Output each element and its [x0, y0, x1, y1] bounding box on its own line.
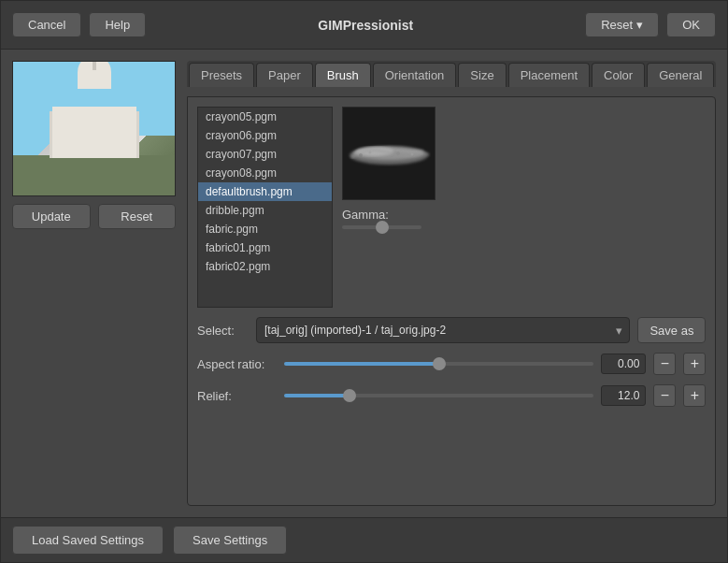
brush-item-0[interactable]: crayon05.pgm: [198, 108, 332, 126]
ok-button[interactable]: OK: [666, 12, 716, 37]
right-panel: Presets Paper Brush Orientation Size Pla…: [187, 61, 716, 506]
svg-point-5: [396, 152, 400, 155]
tab-placement[interactable]: Placement: [508, 63, 590, 87]
svg-point-3: [359, 153, 363, 157]
left-panel: Update Reset: [12, 61, 176, 506]
brush-preview-area: Gamma:: [342, 107, 706, 308]
brush-item-4[interactable]: defaultbrush.pgm: [198, 182, 332, 201]
chevron-down-icon: ▾: [636, 18, 643, 32]
preview-image: [12, 61, 176, 196]
save-as-button[interactable]: Save as: [637, 317, 706, 343]
tab-orientation[interactable]: Orientation: [373, 63, 457, 87]
brush-item-3[interactable]: crayon08.pgm: [198, 164, 332, 182]
relief-label: Relief:: [197, 389, 277, 403]
brush-preview: [342, 107, 435, 200]
brush-item-1[interactable]: crayon06.pgm: [198, 126, 332, 145]
window-title: GIMPressionist: [318, 18, 413, 33]
aspect-ratio-label: Aspect ratio:: [197, 357, 277, 371]
select-label: Select:: [197, 324, 249, 338]
tabs: Presets Paper Brush Orientation Size Pla…: [187, 61, 716, 87]
select-dropdown[interactable]: [taj_orig] (imported)-1 / taj_orig.jpg-2: [256, 317, 630, 343]
help-button[interactable]: Help: [89, 12, 146, 37]
reset-label: Reset: [601, 18, 633, 32]
aspect-ratio-increment[interactable]: +: [683, 353, 706, 375]
building: [52, 107, 136, 158]
preview-reset-button[interactable]: Reset: [98, 204, 177, 229]
relief-value: 12.0: [601, 385, 646, 406]
select-row: Select: [taj_orig] (imported)-1 / taj_or…: [197, 317, 706, 343]
main-content: Update Reset Presets Paper Brush Orienta…: [1, 50, 727, 517]
titlebar: Cancel Help GIMPressionist Reset ▾ OK: [1, 1, 727, 50]
brush-list[interactable]: crayon05.pgm crayon06.pgm crayon07.pgm c…: [197, 107, 333, 308]
aspect-ratio-slider[interactable]: [284, 362, 593, 366]
select-dropdown-wrapper: [taj_orig] (imported)-1 / taj_orig.jpg-2: [256, 317, 630, 343]
brush-item-2[interactable]: crayon07.pgm: [198, 145, 332, 164]
tab-brush[interactable]: Brush: [315, 63, 371, 87]
aspect-ratio-value: 0.00: [601, 354, 646, 374]
tab-general[interactable]: General: [647, 63, 714, 87]
svg-point-4: [369, 152, 372, 154]
main-window: Cancel Help GIMPressionist Reset ▾ OK: [0, 0, 728, 563]
relief-slider[interactable]: [284, 394, 593, 397]
gamma-slider[interactable]: [342, 225, 421, 229]
tab-color[interactable]: Color: [592, 63, 645, 87]
relief-row: Relief: 12.0 − +: [197, 384, 706, 407]
cancel-button[interactable]: Cancel: [12, 12, 81, 37]
taj-scene: [13, 62, 175, 195]
brush-stroke-svg: [347, 135, 431, 172]
brush-item-8[interactable]: fabric02.pgm: [198, 257, 332, 276]
bottom-bar: Load Saved Settings Save Settings: [1, 517, 727, 562]
tab-content-brush: crayon05.pgm crayon06.pgm crayon07.pgm c…: [187, 96, 716, 506]
gamma-slider-container: [342, 225, 706, 229]
save-settings-button[interactable]: Save Settings: [173, 526, 287, 555]
titlebar-left: Cancel Help: [12, 12, 146, 37]
preview-buttons: Update Reset: [12, 204, 176, 229]
update-button[interactable]: Update: [12, 204, 91, 229]
tab-presets[interactable]: Presets: [189, 63, 254, 87]
svg-point-6: [411, 153, 414, 156]
gamma-row: Gamma:: [342, 208, 706, 229]
relief-increment[interactable]: +: [683, 384, 706, 407]
brush-panel: crayon05.pgm crayon06.pgm crayon07.pgm c…: [197, 107, 706, 308]
load-saved-settings-button[interactable]: Load Saved Settings: [12, 526, 164, 555]
brush-item-6[interactable]: fabric.pgm: [198, 220, 332, 238]
tab-size[interactable]: Size: [458, 63, 506, 87]
brush-item-5[interactable]: dribble.pgm: [198, 201, 332, 220]
gamma-label: Gamma:: [342, 208, 706, 222]
aspect-ratio-decrement[interactable]: −: [653, 353, 676, 375]
tab-paper[interactable]: Paper: [256, 63, 313, 87]
brush-item-7[interactable]: fabric01.pgm: [198, 238, 332, 257]
ground: [13, 155, 175, 195]
titlebar-right: Reset ▾ OK: [585, 12, 716, 37]
reset-button[interactable]: Reset ▾: [585, 12, 659, 37]
dome-top: [93, 61, 96, 70]
relief-decrement[interactable]: −: [653, 384, 676, 407]
aspect-ratio-row: Aspect ratio: 0.00 − +: [197, 353, 706, 375]
